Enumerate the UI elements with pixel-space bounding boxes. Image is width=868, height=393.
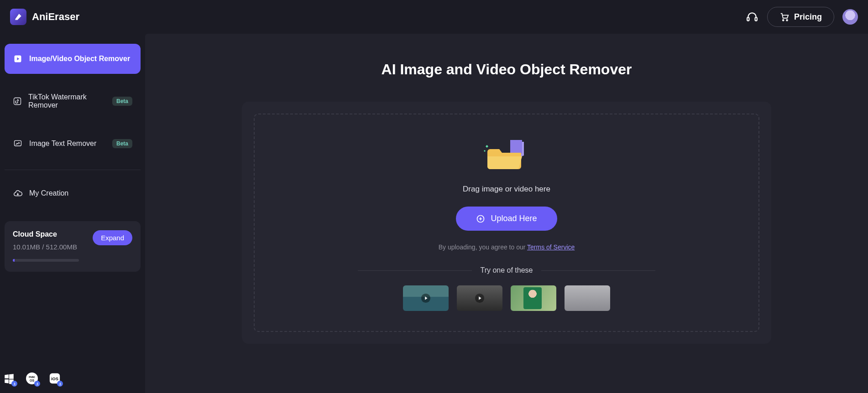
tiktok-icon xyxy=(13,96,22,106)
cloud-progress xyxy=(13,259,79,262)
sidebar-item-text-remover[interactable]: Image Text Remover Beta xyxy=(5,129,141,159)
svg-point-2 xyxy=(783,20,784,21)
tos-text: By uploading, you agree to our Terms of … xyxy=(255,243,758,251)
upload-panel: Drag image or video here Upload Here By … xyxy=(242,102,771,344)
sample-row xyxy=(255,285,758,311)
top-right: Pricing xyxy=(745,7,858,27)
divider xyxy=(5,170,141,170)
top-bar: AniEraser Pricing xyxy=(0,0,868,34)
svg-rect-0 xyxy=(747,17,749,21)
sidebar-item-label: Image/Video Object Remover xyxy=(29,55,130,63)
download-badge-icon xyxy=(11,381,17,387)
dropzone[interactable]: Drag image or video here Upload Here By … xyxy=(254,114,759,332)
beta-badge: Beta xyxy=(112,139,132,148)
beta-badge: Beta xyxy=(112,97,132,106)
svg-text:mac: mac xyxy=(29,375,35,378)
logo[interactable]: AniEraser xyxy=(10,9,79,25)
play-icon xyxy=(403,285,449,311)
cloud-total: 512.00MB xyxy=(46,243,77,251)
tos-link[interactable]: Terms of Service xyxy=(527,243,575,251)
folder-illustration-icon xyxy=(484,138,529,170)
try-section: Try one of these xyxy=(255,266,758,274)
cart-icon xyxy=(779,12,790,22)
svg-point-3 xyxy=(786,20,788,21)
svg-text:OS: OS xyxy=(30,379,34,382)
cloud-icon xyxy=(13,188,23,198)
cloud-progress-fill xyxy=(13,259,15,262)
divider xyxy=(541,270,655,271)
svg-rect-5 xyxy=(14,98,21,105)
pricing-button[interactable]: Pricing xyxy=(767,7,834,27)
sidebar-item-object-remover[interactable]: Image/Video Object Remover xyxy=(5,44,141,74)
sidebar-item-label: My Creation xyxy=(29,189,68,197)
upload-label: Upload Here xyxy=(491,214,537,223)
cloud-usage: 10.01MB / 512.00MB xyxy=(13,243,77,251)
pricing-label: Pricing xyxy=(794,12,822,22)
svg-rect-6 xyxy=(15,140,21,146)
sidebar-item-label: TikTok Watermark Remover xyxy=(28,93,106,109)
sidebar-item-my-creation[interactable]: My Creation xyxy=(5,178,141,208)
play-square-icon xyxy=(13,54,23,64)
sample-thumbnail[interactable] xyxy=(565,285,610,311)
drag-text: Drag image or video here xyxy=(255,185,758,194)
download-badge-icon xyxy=(57,381,63,387)
sample-thumbnail[interactable] xyxy=(403,285,449,311)
logo-icon xyxy=(10,9,26,25)
sidebar-item-tiktok-remover[interactable]: TikTok Watermark Remover Beta xyxy=(5,83,141,119)
tos-prefix: By uploading, you agree to our xyxy=(439,243,527,251)
os-download-row: macOS iOS xyxy=(3,372,61,385)
app-name: AniEraser xyxy=(32,11,79,23)
download-ios[interactable]: iOS xyxy=(48,372,61,385)
try-label: Try one of these xyxy=(480,266,533,274)
download-macos[interactable]: macOS xyxy=(26,372,38,385)
avatar[interactable] xyxy=(842,9,858,25)
cloud-used: 10.01MB xyxy=(13,243,40,251)
support-icon[interactable] xyxy=(745,10,759,24)
play-icon xyxy=(457,285,502,311)
sample-thumbnail[interactable] xyxy=(457,285,502,311)
svg-rect-1 xyxy=(755,17,757,21)
main-area: AI Image and Video Object Remover Drag i… xyxy=(145,34,868,393)
upload-button[interactable]: Upload Here xyxy=(456,207,557,231)
sidebar-item-label: Image Text Remover xyxy=(29,140,96,148)
cloud-title: Cloud Space xyxy=(13,230,77,238)
download-badge-icon xyxy=(34,381,40,387)
download-windows[interactable] xyxy=(3,372,16,385)
cloud-sep: / xyxy=(40,243,46,251)
expand-button[interactable]: Expand xyxy=(93,230,132,245)
cloud-space-card: Cloud Space 10.01MB / 512.00MB Expand xyxy=(5,221,141,272)
divider xyxy=(358,270,472,271)
sample-thumbnail[interactable] xyxy=(511,285,556,311)
sidebar: Image/Video Object Remover TikTok Waterm… xyxy=(0,34,145,393)
page-title: AI Image and Video Object Remover xyxy=(145,61,868,78)
image-text-icon xyxy=(13,139,23,149)
svg-text:iOS: iOS xyxy=(51,377,58,381)
plus-circle-icon xyxy=(476,214,485,223)
